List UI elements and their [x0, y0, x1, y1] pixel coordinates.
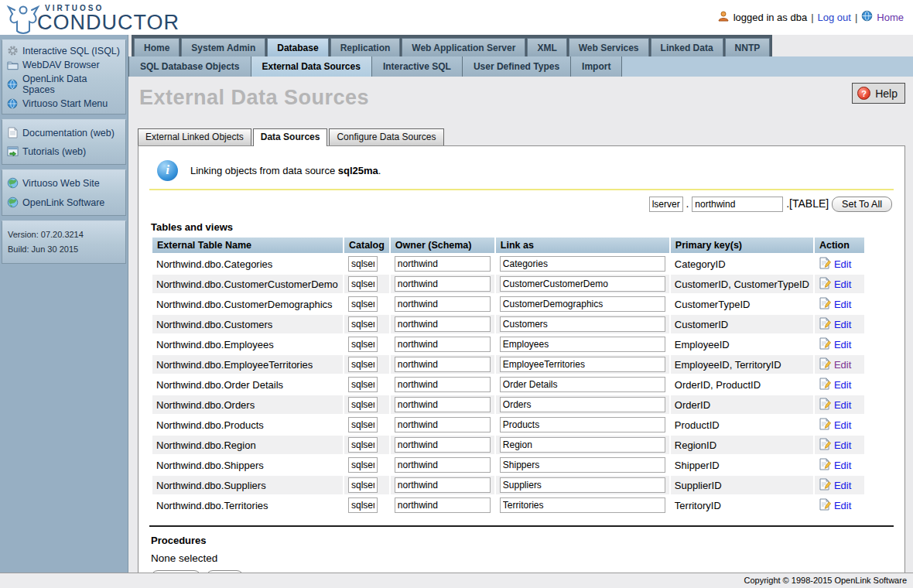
owner-input[interactable]: [395, 316, 491, 332]
edit-link[interactable]: Edit: [834, 500, 851, 511]
table-row: Northwind.dbo.EmployeesEmployeeIDEdit: [152, 335, 864, 354]
catalog-input[interactable]: [348, 357, 378, 372]
sidebar-panel: Interactive SQL (ISQL)WebDAV BrowserOpen…: [2, 39, 126, 115]
sidebar-item-openlink-software[interactable]: OpenLink Software: [5, 193, 123, 212]
owner-input[interactable]: [395, 497, 491, 513]
link-as-input[interactable]: [500, 316, 665, 332]
link-as-input[interactable]: [500, 437, 665, 453]
catalog-input[interactable]: [348, 497, 378, 513]
edit-link[interactable]: Edit: [834, 460, 851, 471]
main-tab-bar: HomeSystem AdminDatabaseReplicationWeb A…: [128, 35, 913, 56]
catalog-input[interactable]: [348, 417, 378, 432]
edit-link[interactable]: Edit: [834, 258, 851, 270]
owner-input[interactable]: [395, 296, 491, 312]
catalog-input[interactable]: [348, 276, 378, 292]
tab-nntp[interactable]: NNTP: [725, 38, 771, 56]
edit-link[interactable]: Edit: [834, 379, 851, 391]
subtab-sql-database-objects[interactable]: SQL Database Objects: [128, 56, 251, 77]
link-as-input[interactable]: [500, 296, 665, 312]
edit-link[interactable]: Edit: [834, 279, 851, 290]
external-table-name: Northwind.dbo.Region: [152, 436, 343, 454]
edit-link[interactable]: Edit: [834, 439, 851, 451]
catalog-input[interactable]: [348, 437, 378, 453]
tab-linked-data[interactable]: Linked Data: [651, 38, 723, 56]
column-header-primary-key-s: Primary key(s): [671, 238, 813, 253]
edit-link[interactable]: Edit: [834, 299, 851, 310]
link-as-input[interactable]: [500, 337, 665, 352]
owner-input[interactable]: [395, 437, 491, 453]
owner-input[interactable]: [395, 337, 491, 352]
edit-link[interactable]: Edit: [834, 359, 851, 371]
catalog-input[interactable]: [348, 457, 378, 473]
catalog-input[interactable]: [348, 337, 378, 352]
link-as-input[interactable]: [500, 457, 665, 473]
tab-replication[interactable]: Replication: [330, 38, 401, 56]
edit-link[interactable]: Edit: [834, 399, 851, 411]
catalog-input[interactable]: [348, 477, 378, 493]
home-globe-icon: [861, 10, 873, 24]
tab-xml[interactable]: XML: [527, 38, 566, 56]
link-as-input[interactable]: [500, 417, 665, 432]
edit-link[interactable]: Edit: [834, 419, 851, 431]
owner-input[interactable]: [395, 457, 491, 473]
innertab-data-sources[interactable]: Data Sources: [253, 128, 328, 146]
external-table-name: Northwind.dbo.Products: [152, 415, 343, 434]
catalog-input[interactable]: [348, 397, 378, 412]
subtab-user-defined-types[interactable]: User Defined Types: [463, 56, 571, 77]
subtab-external-data-sources[interactable]: External Data Sources: [251, 56, 372, 77]
edit-icon: [819, 381, 831, 392]
help-button[interactable]: ? Help: [852, 83, 905, 104]
globe-green-icon: [6, 197, 19, 208]
edit-link[interactable]: Edit: [834, 339, 851, 350]
tab-web-services[interactable]: Web Services: [569, 38, 649, 56]
primary-keys: ShipperID: [671, 456, 813, 474]
catalog-input[interactable]: [348, 377, 378, 392]
primary-keys: CustomerID: [671, 315, 813, 333]
subtab-import[interactable]: Import: [571, 56, 622, 77]
catalog-input[interactable]: [348, 316, 378, 332]
catalog-input[interactable]: [348, 256, 378, 272]
sidebar-item-interactive-sql-isql[interactable]: Interactive SQL (ISQL): [5, 43, 123, 58]
link-as-input[interactable]: [500, 377, 665, 392]
link-as-input[interactable]: [500, 357, 665, 372]
link-as-input[interactable]: [500, 276, 665, 292]
owner-input[interactable]: [395, 256, 491, 272]
owner-input[interactable]: [395, 397, 491, 412]
schema-input[interactable]: [692, 197, 783, 212]
sidebar-item-documentation-web[interactable]: Documentation (web): [5, 123, 123, 142]
tab-web-application-server[interactable]: Web Application Server: [402, 38, 525, 56]
tab-database[interactable]: Database: [267, 38, 328, 56]
sidebar-item-virtuoso-start-menu[interactable]: Virtuoso Start Menu: [5, 97, 123, 111]
link-as-input[interactable]: [500, 256, 665, 272]
sidebar: Interactive SQL (ISQL)WebDAV BrowserOpen…: [0, 35, 128, 573]
logout-link[interactable]: Log out: [818, 12, 851, 23]
set-to-all-button[interactable]: Set To All: [832, 197, 892, 212]
edit-icon: [819, 260, 831, 272]
link-as-input[interactable]: [500, 397, 665, 412]
edit-link[interactable]: Edit: [834, 319, 851, 330]
tab-system-admin[interactable]: System Admin: [181, 38, 265, 56]
sidebar-item-openlink-data-spaces[interactable]: OpenLink Data Spaces: [5, 72, 123, 97]
server-input[interactable]: [649, 197, 683, 212]
owner-input[interactable]: [395, 477, 491, 493]
catalog-input[interactable]: [348, 296, 378, 312]
owner-input[interactable]: [395, 417, 491, 432]
innertab-configure-data-sources[interactable]: Configure Data Sources: [329, 128, 443, 145]
owner-input[interactable]: [395, 357, 491, 372]
sidebar-item-webdav-browser[interactable]: WebDAV Browser: [5, 58, 123, 72]
subtab-interactive-sql[interactable]: Interactive SQL: [372, 56, 463, 77]
link-as-input[interactable]: [500, 477, 665, 493]
tab-home[interactable]: Home: [134, 38, 180, 56]
edit-icon: [819, 280, 831, 292]
primary-keys: CategoryID: [671, 255, 813, 273]
home-link[interactable]: Home: [877, 12, 904, 23]
owner-input[interactable]: [395, 276, 491, 292]
link-as-input[interactable]: [500, 497, 665, 513]
sidebar-item-virtuoso-web-site[interactable]: Virtuoso Web Site: [5, 173, 123, 193]
globe-green-icon: [6, 177, 19, 189]
owner-input[interactable]: [395, 377, 491, 392]
edit-link[interactable]: Edit: [834, 480, 851, 491]
sidebar-item-tutorials-web[interactable]: Tutorials (web): [5, 142, 123, 161]
procedures-empty-text: None selected: [151, 552, 894, 564]
innertab-external-linked-objects[interactable]: External Linked Objects: [138, 128, 251, 145]
